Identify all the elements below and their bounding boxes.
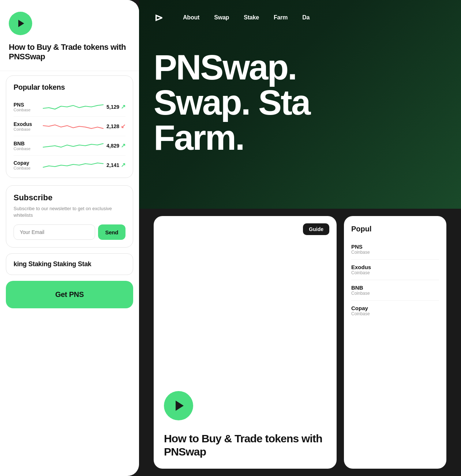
logo-icon: ⊳ — [154, 10, 168, 25]
hero-heading-line2: Swap. Sta — [154, 85, 446, 120]
token-info-bnb: BNB Coinbase — [14, 141, 43, 151]
token-name-right-exodus: Exodus — [351, 264, 439, 270]
token-row-right-pns[interactable]: PNS Coinbase — [351, 239, 439, 260]
mobile-popular-tokens-card: Popular tokens PNS Coinbase 5,129 ↗ Exod… — [6, 75, 133, 178]
popular-title-right: Popul — [351, 225, 439, 233]
token-row-exodus[interactable]: Exodus Coinbase 2,128 ↙ — [14, 117, 125, 136]
token-source-pns: Coinbase — [14, 108, 43, 112]
token-row-copay[interactable]: Copay Coinbase 2,141 ↗ — [14, 156, 125, 175]
send-button[interactable]: Send — [98, 224, 125, 240]
token-info-pns: PNS Coinbase — [14, 102, 43, 112]
token-value-pns: 5,129 ↗ — [104, 103, 125, 110]
token-value-exodus: 2,128 ↙ — [104, 123, 125, 130]
get-pns-button[interactable]: Get PNS — [6, 281, 133, 308]
token-row-right-copay[interactable]: Copay Coinbase — [351, 301, 439, 321]
popular-tokens-right: Popul PNS Coinbase Exodus Coinbase BNB C… — [344, 216, 446, 469]
staking-ticker: king Staking Staking Stak — [6, 253, 133, 275]
arrow-down-exodus: ↙ — [121, 123, 125, 130]
token-chart-bnb — [43, 140, 104, 152]
token-row-pns[interactable]: PNS Coinbase 5,129 ↗ — [14, 97, 125, 117]
svg-text:⊳: ⊳ — [154, 12, 163, 23]
mobile-video-title: How to Buy & Trade tokens with PNSSwap — [9, 42, 130, 62]
token-info-exodus: Exodus Coinbase — [14, 121, 43, 131]
token-name-right-pns: PNS — [351, 243, 439, 250]
token-name-exodus: Exodus — [14, 121, 43, 127]
nav-swap[interactable]: Swap — [214, 14, 229, 21]
token-row-right-exodus[interactable]: Exodus Coinbase — [351, 260, 439, 280]
token-name-right-bnb: BNB — [351, 285, 439, 291]
subscribe-card: Subscribe Subscribe to our newsletter to… — [6, 185, 133, 248]
guide-title: How to Buy & Trade tokens with PNSwap — [164, 432, 326, 458]
navbar: ⊳ About Swap Stake Farm Da — [139, 0, 461, 35]
token-chart-pns — [43, 101, 104, 113]
token-source-bnb: Coinbase — [14, 146, 43, 151]
arrow-up-pns: ↗ — [121, 103, 125, 110]
token-source-copay: Coinbase — [14, 166, 43, 170]
subscribe-form: Send — [14, 224, 125, 240]
bottom-content: Guide How to Buy & Trade tokens with PNS… — [139, 209, 461, 476]
token-source-right-exodus: Coinbase — [351, 270, 439, 275]
token-source-right-bnb: Coinbase — [351, 291, 439, 296]
hero-heading-line1: PNSwap. — [154, 50, 446, 85]
play-button-large[interactable] — [164, 391, 193, 420]
mobile-video-section: How to Buy & Trade tokens with PNSSwap — [0, 0, 139, 71]
guide-badge: Guide — [303, 223, 329, 235]
hero-section: ⊳ About Swap Stake Farm Da PNSwap. Swap.… — [139, 0, 461, 209]
arrow-up-bnb: ↗ — [121, 142, 125, 149]
subscribe-description: Subscribe to our newsletter to get on ex… — [14, 205, 125, 219]
mobile-popular-title: Popular tokens — [14, 83, 125, 92]
token-name-pns: PNS — [14, 102, 43, 108]
token-row-right-bnb[interactable]: BNB Coinbase — [351, 280, 439, 301]
token-info-copay: Copay Coinbase — [14, 160, 43, 170]
token-chart-exodus — [43, 120, 104, 132]
email-input[interactable] — [14, 224, 95, 240]
token-value-copay: 2,141 ↗ — [104, 161, 125, 168]
token-value-bnb: 4,829 ↗ — [104, 142, 125, 149]
ticker-text: king Staking Staking Stak — [14, 260, 91, 268]
token-source-exodus: Coinbase — [14, 127, 43, 131]
token-name-bnb: BNB — [14, 141, 43, 146]
nav-about[interactable]: About — [183, 14, 199, 21]
guide-play-area — [164, 226, 326, 426]
token-name-right-copay: Copay — [351, 305, 439, 311]
hero-text: PNSwap. Swap. Sta Farm. — [139, 35, 461, 155]
subscribe-title: Subscribe — [14, 193, 125, 202]
token-source-right-pns: Coinbase — [351, 250, 439, 255]
mobile-panel: How to Buy & Trade tokens with PNSSwap P… — [0, 0, 139, 476]
play-button-small[interactable] — [9, 12, 32, 35]
desktop-panel: ⊳ About Swap Stake Farm Da PNSwap. Swap.… — [139, 0, 461, 476]
token-row-bnb[interactable]: BNB Coinbase 4,829 ↗ — [14, 136, 125, 156]
arrow-up-copay: ↗ — [121, 161, 125, 168]
nav-stake[interactable]: Stake — [244, 14, 259, 21]
guide-card: Guide How to Buy & Trade tokens with PNS… — [154, 216, 337, 469]
token-chart-copay — [43, 159, 104, 171]
nav-da[interactable]: Da — [302, 14, 310, 21]
nav-links: About Swap Stake Farm Da — [183, 14, 310, 21]
nav-farm[interactable]: Farm — [274, 14, 288, 21]
hero-heading-line3: Farm. — [154, 120, 446, 155]
token-name-copay: Copay — [14, 160, 43, 166]
logo[interactable]: ⊳ — [154, 10, 168, 25]
token-source-right-copay: Coinbase — [351, 311, 439, 316]
